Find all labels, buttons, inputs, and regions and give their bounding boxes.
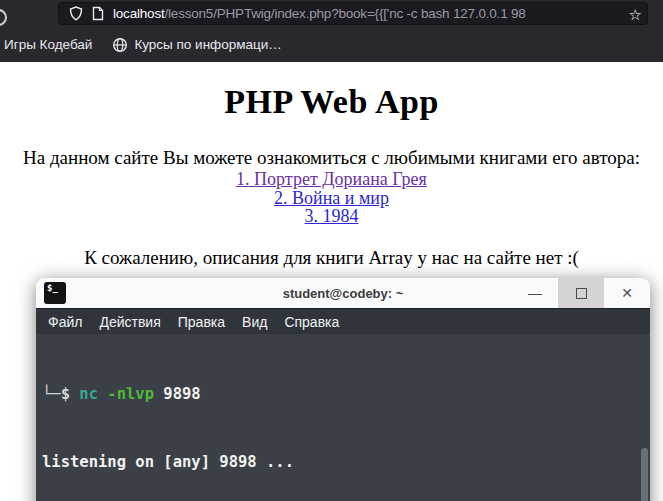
menu-file[interactable]: Файл: [48, 314, 82, 330]
close-icon: ✕: [621, 285, 633, 301]
window-controls: — ✕: [512, 278, 650, 308]
book-link-war-and-peace[interactable]: 2. Война и мир: [0, 189, 663, 208]
bookmark-item-games[interactable]: Игры Кодебай: [0, 27, 102, 62]
minimize-button[interactable]: —: [512, 278, 558, 308]
not-found-message: К сожалению, описания для книги Array у …: [0, 247, 663, 269]
menu-actions[interactable]: Действия: [99, 314, 160, 330]
address-bar[interactable]: localhost/lesson5/PHPTwig/index.php?book…: [58, 2, 648, 25]
command-nc: nc: [79, 385, 98, 403]
maximize-button[interactable]: [558, 278, 604, 308]
bookmark-item-courses[interactable]: Курсы по информаци…: [102, 27, 291, 62]
intro-text: На данном сайте Вы можете ознакомиться с…: [0, 147, 663, 169]
terminal-scrollbar[interactable]: [641, 448, 648, 501]
menu-help[interactable]: Справка: [284, 314, 339, 330]
shell-prompt: └─$: [42, 385, 79, 403]
book-links: 1. Портрет Дориана Грея 2. Война и мир 3…: [0, 170, 663, 226]
menu-view[interactable]: Вид: [242, 314, 267, 330]
terminal-window: $_ student@codeby: ~ — ✕ Файл Действия П…: [36, 278, 650, 501]
terminal-app-icon: $_: [44, 282, 66, 304]
menu-edit[interactable]: Правка: [178, 314, 225, 330]
page-info-icon[interactable]: [92, 6, 104, 21]
url-path: /lesson5/PHPTwig/index.php?book={{['nc -…: [164, 6, 525, 21]
command-options: -nlvp: [98, 385, 154, 403]
terminal-logo-glyph: $_: [47, 283, 58, 293]
partial-extension-icon[interactable]: [0, 9, 7, 26]
bookmarks-bar: Игры Кодебай Курсы по информаци…: [0, 27, 663, 62]
page-title: PHP Web App: [0, 83, 663, 121]
command-port: 9898: [154, 385, 201, 403]
terminal-output[interactable]: └─$ nc -nlvp 9898 listening on [any] 989…: [36, 334, 650, 501]
maximize-icon: [576, 288, 587, 299]
terminal-menubar: Файл Действия Правка Вид Справка: [36, 308, 650, 334]
terminal-line: └─$ nc -nlvp 9898: [42, 383, 636, 406]
terminal-line: listening on [any] 9898 ...: [42, 451, 636, 474]
book-link-1984[interactable]: 3. 1984: [0, 207, 663, 226]
close-button[interactable]: ✕: [604, 278, 650, 308]
minimize-icon: —: [528, 285, 542, 301]
browser-toolbar: localhost/lesson5/PHPTwig/index.php?book…: [0, 0, 663, 27]
book-link-dorian-gray[interactable]: 1. Портрет Дориана Грея: [0, 170, 663, 189]
globe-icon: [112, 37, 128, 53]
url-fade-overlay: [581, 3, 621, 24]
terminal-titlebar[interactable]: $_ student@codeby: ~ — ✕: [36, 278, 650, 308]
url-text: localhost/lesson5/PHPTwig/index.php?book…: [113, 6, 647, 21]
webpage-content: PHP Web App На данном сайте Вы можете оз…: [0, 83, 663, 269]
bookmark-star-icon[interactable]: ☆: [629, 4, 642, 25]
bookmark-label: Игры Кодебай: [4, 37, 92, 52]
url-host: localhost: [113, 6, 164, 21]
shield-icon[interactable]: [69, 6, 83, 21]
screen: localhost/lesson5/PHPTwig/index.php?book…: [0, 0, 663, 501]
bookmark-label: Курсы по информаци…: [134, 37, 281, 52]
